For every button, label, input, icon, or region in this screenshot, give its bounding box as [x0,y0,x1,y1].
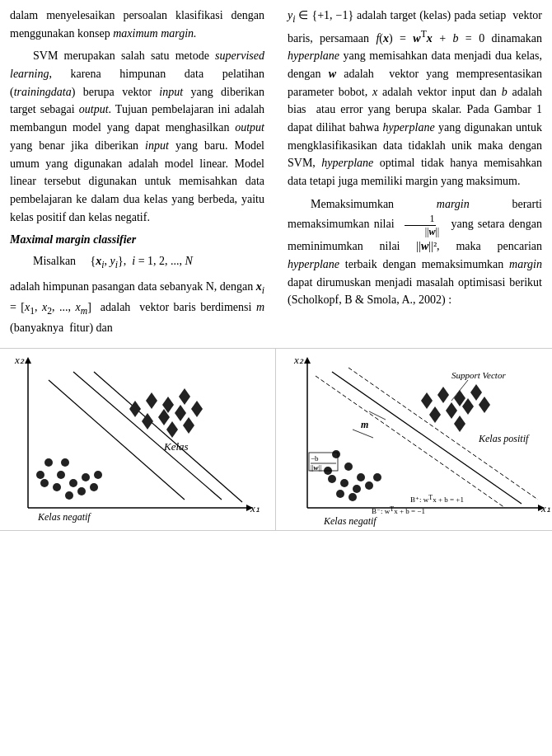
svg-text:x₁: x₁ [250,502,260,514]
svg-marker-9 [129,401,141,417]
svg-text:x₂: x₂ [14,355,25,366]
label-kelas-positif: Kelas positif [478,433,530,444]
svg-point-24 [65,491,73,500]
left-para1: dalam menyelesaikan persoalan klasifikas… [10,7,264,42]
svg-point-53 [344,463,353,471]
svg-point-27 [82,473,90,481]
svg-point-22 [53,483,61,491]
svg-text:x₁: x₁ [540,502,550,514]
svg-marker-46 [470,384,482,401]
right-para2: Memaksimumkan margin berarti memaksimumk… [288,195,542,309]
diagram-left: x₁ x₂ [0,349,276,530]
svg-marker-34 [304,357,311,364]
svg-line-7 [73,372,222,500]
svg-marker-10 [146,392,157,409]
diagram-left-svg: x₁ x₂ [3,355,267,533]
svg-point-21 [69,479,77,487]
svg-point-62 [349,493,357,501]
svg-point-56 [328,475,336,483]
col-left: dalam menyelesaikan persoalan klasifikas… [10,7,276,341]
diagram-right-svg: x₁ x₂ Support Vector m [283,355,552,533]
svg-marker-45 [454,390,465,406]
col-right: yi ∈ {+1, −1} adalah target (kelas) pada… [276,7,542,341]
label-kelas-negatif-left: Kelas negatif [37,511,91,523]
label-kelas: Kelas [163,440,189,453]
positive-class-diamonds-right [421,384,490,432]
svg-point-58 [365,481,373,490]
fraction-1-norm-w: 1 ||w|| [400,213,442,237]
right-para1: yi ∈ {+1, −1} adalah target (kelas) pada… [288,7,542,190]
svg-line-41 [369,411,386,420]
svg-point-26 [90,483,98,491]
svg-marker-49 [462,398,474,415]
label-b-plus: B⁺: wTx + b = +1 [410,494,464,504]
svg-point-23 [40,479,49,487]
svg-point-54 [357,473,365,481]
label-support-vector: Support Vector [451,370,506,380]
svg-point-57 [353,485,361,493]
diagrams-row: x₁ x₂ [0,348,552,531]
svg-point-19 [44,458,53,467]
svg-marker-47 [429,406,441,423]
left-para3b: adalah himpunan pasangan data sebanyak N… [10,278,264,336]
svg-marker-50 [454,416,465,432]
label-b-minus: B⁻: wTx + b = −1 [372,505,425,515]
page-container: dalam menyelesaikan persoalan klasifikas… [0,0,552,531]
svg-marker-16 [191,401,203,417]
svg-point-20 [57,471,65,479]
label-m: m [361,419,368,430]
svg-point-29 [36,471,44,479]
left-para3: Misalkan {xi, yi}, i = 1, 2, ..., N [10,252,264,273]
svg-marker-44 [437,387,449,403]
svg-point-55 [340,479,349,487]
section-heading-maximal: Maximal margin classifier [10,231,264,249]
label-minus-b-norm: −b [311,454,319,463]
text-columns: dalam menyelesaikan persoalan klasifikas… [0,0,552,345]
svg-marker-18 [183,417,194,434]
label-kelas-negatif-right: Kelas negatif [323,515,377,527]
svg-marker-15 [175,405,186,421]
svg-point-59 [373,473,381,481]
label-norm-w-denom: ||w|| [311,463,321,472]
svg-marker-17 [166,421,178,438]
svg-marker-3 [25,357,31,364]
svg-point-30 [61,458,69,467]
svg-point-25 [77,487,86,495]
svg-point-28 [94,471,102,479]
svg-line-42 [353,430,373,438]
svg-point-52 [332,450,340,458]
svg-marker-43 [421,392,433,409]
svg-marker-48 [446,402,457,419]
diagram-right: x₁ x₂ Support Vector m [276,349,552,530]
svg-text:x₂: x₂ [293,355,304,366]
svg-line-8 [94,372,242,502]
left-para2: SVM merupakan salah satu metode supervis… [10,47,264,226]
svg-marker-51 [479,397,490,413]
negative-class-dots [36,458,102,500]
svg-marker-12 [179,388,190,405]
negative-class-dots-right [324,450,381,501]
svg-point-61 [336,490,344,498]
